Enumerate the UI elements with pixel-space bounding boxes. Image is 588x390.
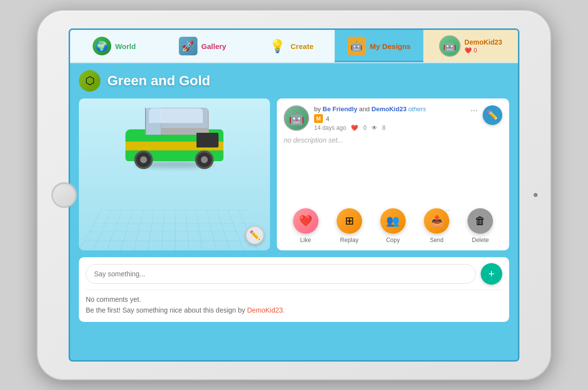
copy-action[interactable]: 👥 Copy bbox=[380, 208, 406, 244]
page-header: ⬡ Green and Gold bbox=[79, 70, 509, 92]
world-icon: 🌍 bbox=[93, 37, 111, 55]
nav-mydesigns[interactable]: 🤖 My Designs bbox=[335, 30, 423, 62]
author-info: by Be Friendly and DemoKid23 others M 4 bbox=[314, 105, 466, 131]
copy-label: Copy bbox=[386, 237, 400, 244]
author1-name[interactable]: Be Friendly bbox=[322, 105, 357, 113]
delete-label: Delete bbox=[472, 237, 489, 244]
action-row: ❤️ Like ⊞ Replay 👥 bbox=[284, 204, 502, 244]
delete-icon: 🗑 bbox=[467, 208, 493, 234]
user-info: DemoKid23 ❤️ 0 bbox=[465, 38, 502, 54]
like-label: Like bbox=[300, 237, 311, 244]
grid-floor bbox=[79, 210, 270, 250]
car-side-window bbox=[161, 108, 208, 128]
submit-plus-icon: + bbox=[489, 268, 495, 280]
gallery-icon: 🚀 bbox=[179, 37, 197, 55]
main-content: ⬡ Green and Gold bbox=[70, 63, 518, 329]
badge-m: M bbox=[314, 114, 323, 123]
mydesigns-icon: 🤖 bbox=[347, 37, 366, 55]
content-row: ✏️ 🤖 by Be Friendly and DemoKid23 other bbox=[79, 98, 509, 250]
edit-pencil-button[interactable]: ✏️ bbox=[245, 226, 264, 244]
car-3d bbox=[125, 113, 223, 172]
hearts-count: 0 bbox=[474, 47, 477, 54]
badge-number: 4 bbox=[326, 115, 329, 122]
by-prefix: by bbox=[314, 105, 321, 113]
and-text: and bbox=[359, 105, 370, 113]
author2-name[interactable]: DemoKid23 bbox=[371, 105, 407, 113]
comment-section: + No comments yet. Be the first! Say som… bbox=[79, 257, 509, 322]
page-title: Green and Gold bbox=[107, 73, 210, 89]
header-icon: ⬡ bbox=[79, 70, 100, 92]
time-ago: 14 days ago bbox=[314, 124, 346, 131]
info-panel: 🤖 by Be Friendly and DemoKid23 others M bbox=[277, 98, 509, 250]
camera bbox=[534, 193, 538, 197]
author-avatar: 🤖 bbox=[284, 105, 309, 131]
nav-user[interactable]: 🤖 DemoKid23 ❤️ 0 bbox=[423, 30, 518, 62]
tablet-screen: 🌍 World 🚀 Gallery 💡 Create 🤖 My Designs … bbox=[69, 28, 519, 362]
likes-count: 0 bbox=[363, 124, 367, 131]
send-more-dots: ··· bbox=[446, 207, 450, 213]
eye-icon: 👁 bbox=[371, 124, 377, 131]
home-button[interactable] bbox=[51, 182, 77, 208]
author-line: by Be Friendly and DemoKid23 others bbox=[314, 105, 466, 113]
nav-world[interactable]: 🌍 World bbox=[70, 30, 158, 62]
others-link[interactable]: others bbox=[408, 105, 426, 113]
badge-row: M 4 bbox=[314, 114, 466, 123]
send-label: Send bbox=[430, 237, 443, 244]
nav-create-label: Create bbox=[291, 42, 314, 50]
like-icon: ❤️ bbox=[293, 208, 318, 234]
car-body bbox=[125, 113, 223, 172]
meta-row: 14 days ago ❤️ 0 👁 8 bbox=[314, 124, 466, 131]
more-button[interactable]: ··· bbox=[470, 105, 478, 116]
wheel-left bbox=[134, 150, 153, 169]
comment-input[interactable] bbox=[86, 264, 476, 284]
user-hearts-row: ❤️ 0 bbox=[465, 47, 502, 54]
copy-icon: 👥 bbox=[380, 208, 406, 234]
tablet-frame: 🌍 World 🚀 Gallery 💡 Create 🤖 My Designs … bbox=[37, 10, 551, 380]
edit-button-round[interactable]: ✏️ bbox=[483, 105, 502, 125]
no-comments-line1: No comments yet. bbox=[86, 295, 141, 303]
wheel-right bbox=[195, 150, 214, 169]
info-header: 🤖 by Be Friendly and DemoKid23 others M bbox=[284, 105, 502, 131]
no-comments-line2: Be the first! Say something nice about t… bbox=[86, 306, 245, 314]
delete-action[interactable]: 🗑 Delete bbox=[467, 208, 493, 244]
create-icon: 💡 bbox=[268, 37, 287, 55]
no-comments-text: No comments yet. Be the first! Say somet… bbox=[86, 294, 502, 316]
like-action[interactable]: ❤️ Like bbox=[293, 208, 318, 244]
views-count: 8 bbox=[382, 124, 386, 131]
comment-input-row: + bbox=[86, 263, 502, 285]
description-text: no description set... bbox=[284, 136, 502, 198]
car-trunk bbox=[196, 133, 219, 147]
heart-icon: ❤️ bbox=[465, 47, 472, 54]
nav-create[interactable]: 💡 Create bbox=[246, 30, 335, 62]
send-icon: ··· 📤 bbox=[424, 208, 449, 234]
comment-submit-button[interactable]: + bbox=[481, 263, 502, 285]
no-comments-author[interactable]: DemoKid23. bbox=[247, 306, 285, 314]
heart-icon-meta: ❤️ bbox=[351, 124, 358, 131]
replay-label: Replay bbox=[340, 237, 358, 244]
username-label: DemoKid23 bbox=[465, 38, 502, 46]
replay-icon: ⊞ bbox=[337, 208, 362, 234]
replay-action[interactable]: ⊞ Replay bbox=[337, 208, 362, 244]
comment-divider bbox=[86, 290, 502, 290]
nav-gallery[interactable]: 🚀 Gallery bbox=[158, 30, 246, 62]
nav-mydesigns-label: My Designs bbox=[370, 42, 411, 50]
user-avatar: 🤖 bbox=[439, 35, 461, 57]
preview-panel: ✏️ bbox=[79, 98, 270, 250]
nav-bar: 🌍 World 🚀 Gallery 💡 Create 🤖 My Designs … bbox=[70, 30, 518, 63]
nav-world-label: World bbox=[115, 42, 136, 50]
send-action[interactable]: ··· 📤 Send bbox=[424, 208, 449, 244]
car-windshield bbox=[145, 108, 161, 135]
nav-gallery-label: Gallery bbox=[201, 42, 226, 50]
